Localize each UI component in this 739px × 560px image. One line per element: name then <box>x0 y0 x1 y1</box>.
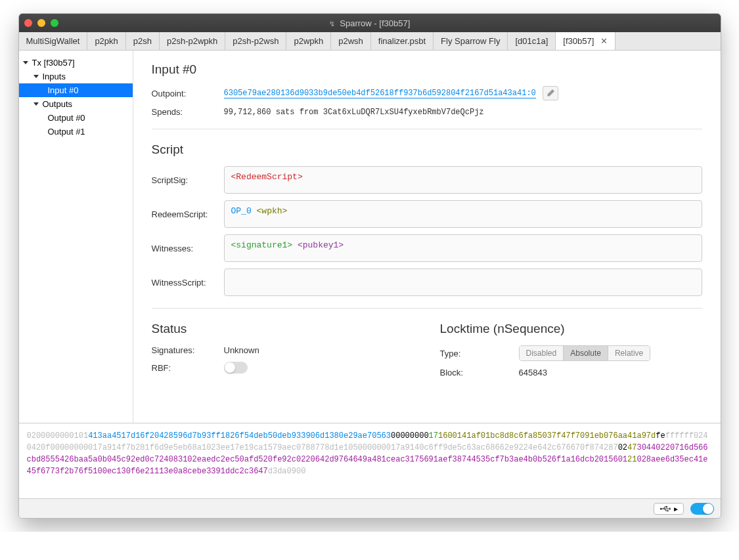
scriptsig-box[interactable]: <RedeemScript> <box>224 166 702 194</box>
seg-relative[interactable]: Relative <box>608 346 650 360</box>
app-window: ↯ Sparrow - [f30b57] MultiSigWallet p2pk… <box>18 13 721 519</box>
tab-p2sh-p2wpkh[interactable]: p2sh-p2wpkh <box>160 32 225 50</box>
outpoint-link[interactable]: 6305e79ae280136d9033b9de50eb4df52618ff93… <box>224 89 536 98</box>
witnesses-label: Witnesses: <box>152 244 224 253</box>
tree-inputs-label: Inputs <box>43 72 66 81</box>
witnessscript-box[interactable] <box>224 269 702 296</box>
chevron-down-icon <box>23 61 28 64</box>
tree-output-1-label: Output #1 <box>48 127 85 137</box>
signatures-row: Signatures: Unknown <box>152 345 414 355</box>
svg-rect-1 <box>665 506 667 507</box>
tab-fly-sparrow-fly[interactable]: Fly Sparrow Fly <box>434 32 508 50</box>
witnesses-box[interactable]: <signature1> <pubkey1> <box>224 234 702 262</box>
tab-p2sh-p2wsh[interactable]: p2sh-p2wsh <box>225 32 286 50</box>
connection-toggle[interactable] <box>690 503 714 515</box>
hex-viewer[interactable]: 0200000000101413aa4517d16f20428596d7b93f… <box>19 423 721 498</box>
tab-label: [f30b57] <box>563 36 594 46</box>
hex-seg: 47 <box>627 443 637 452</box>
input-section-title: Input #0 <box>152 62 702 77</box>
status-column: Status Signatures: Unknown RBF: <box>152 322 414 384</box>
hex-seg: ffffff <box>665 431 694 441</box>
tree-outputs[interactable]: Outputs <box>19 97 133 111</box>
script-section-title: Script <box>152 142 702 157</box>
spends-label: Spends: <box>152 107 224 117</box>
scriptsig-label: ScriptSig: <box>152 175 224 185</box>
toggle-knob <box>225 362 235 373</box>
hex-seg: d3da0900 <box>268 467 306 476</box>
window-title-text: Sparrow - [f30b57] <box>340 18 410 28</box>
seg-absolute[interactable]: Absolute <box>564 346 608 360</box>
tree-tx-label: Tx [f30b57] <box>32 58 75 68</box>
redeem-wpkh: <wpkh> <box>257 206 288 216</box>
tree-output-1[interactable]: Output #1 <box>19 125 133 139</box>
content-pane: Input #0 Outpoint: 6305e79ae280136d9033b… <box>133 51 721 423</box>
scriptsig-value: <RedeemScript> <box>231 172 303 182</box>
tab-close-icon[interactable]: ✕ <box>600 36 608 46</box>
hex-seg: 02 <box>618 443 627 452</box>
locktime-type-row: Type: Disabled Absolute Relative <box>440 345 702 361</box>
locktime-block-row: Block: 645843 <box>440 368 702 377</box>
status-title: Status <box>152 322 414 336</box>
signatures-value: Unknown <box>224 345 259 355</box>
usb-icon <box>660 505 671 513</box>
locktime-block-label: Block: <box>440 368 519 377</box>
hex-seg: fe <box>656 431 665 441</box>
chevron-down-icon <box>34 75 39 78</box>
locktime-type-segmented: Disabled Absolute Relative <box>519 345 651 361</box>
tab-d01c1a[interactable]: [d01c1a] <box>508 32 556 50</box>
locktime-block-value: 645843 <box>519 368 547 377</box>
tab-p2pkh[interactable]: p2pkh <box>87 32 125 50</box>
redeemscript-row: RedeemScript: OP_0 <wpkh> <box>152 200 702 228</box>
divider <box>152 129 702 129</box>
locktime-column: Locktime (nSequence) Type: Disabled Abso… <box>440 322 702 384</box>
witness-pub: <pubkey1> <box>298 240 344 250</box>
tree-outputs-label: Outputs <box>43 99 73 109</box>
svg-point-2 <box>667 509 668 511</box>
tree-output-0-label: Output #0 <box>48 113 85 123</box>
redeemscript-label: RedeemScript: <box>152 209 224 219</box>
witness-sig: <signature1> <box>231 240 293 250</box>
divider <box>152 308 702 309</box>
outpoint-row: Outpoint: 6305e79ae280136d9033b9de50eb4d… <box>152 86 702 100</box>
witnessscript-label: WitnessScript: <box>152 278 224 288</box>
outpoint-label: Outpoint: <box>152 89 224 98</box>
play-icon: ▸ <box>674 504 678 513</box>
pencil-icon <box>547 89 554 97</box>
edit-outpoint-button[interactable] <box>543 86 558 100</box>
window-title: ↯ Sparrow - [f30b57] <box>19 18 721 28</box>
spends-row: Spends: 99,712,860 sats from 3Cat6xLuDQR… <box>152 107 702 117</box>
tab-multisigwallet[interactable]: MultiSigWallet <box>19 32 88 50</box>
tab-p2sh[interactable]: p2sh <box>126 32 160 50</box>
redeem-op: OP_0 <box>231 206 252 216</box>
tree-tx[interactable]: Tx [f30b57] <box>19 56 133 70</box>
app-icon: ↯ <box>329 20 335 28</box>
hex-seg: 1600141af01bc8d8c6fa85037f47f7091eb076aa… <box>438 431 656 441</box>
sidebar: Tx [f30b57] Inputs Input #0 Outputs Outp… <box>19 51 133 423</box>
redeemscript-box[interactable]: OP_0 <wpkh> <box>224 200 702 228</box>
scriptsig-row: ScriptSig: <RedeemScript> <box>152 166 702 194</box>
rbf-label: RBF: <box>152 363 224 373</box>
signatures-label: Signatures: <box>152 345 224 355</box>
usb-button[interactable]: ▸ <box>654 503 684 515</box>
spends-value: 99,712,860 sats from 3Cat6xLuDQR7LxSU4fy… <box>224 108 484 117</box>
locktime-title: Locktime (nSequence) <box>440 322 702 336</box>
tree-output-0[interactable]: Output #0 <box>19 111 133 125</box>
tab-f30b57[interactable]: [f30b57] ✕ <box>556 32 616 50</box>
status-bar: ▸ <box>19 498 721 518</box>
tab-p2wsh[interactable]: p2wsh <box>331 32 371 50</box>
witnessscript-row: WitnessScript: <box>152 269 702 296</box>
hex-seg: 21 <box>627 455 637 464</box>
hex-seg: 17 <box>429 431 438 441</box>
tree-inputs[interactable]: Inputs <box>19 70 133 83</box>
seg-disabled[interactable]: Disabled <box>520 346 564 360</box>
chevron-down-icon <box>34 102 39 106</box>
witnesses-row: Witnesses: <signature1> <pubkey1> <box>152 234 702 262</box>
tab-bar: MultiSigWallet p2pkh p2sh p2sh-p2wpkh p2… <box>19 32 721 51</box>
tab-finalizer[interactable]: finalizer.psbt <box>371 32 434 50</box>
tree-input-0[interactable]: Input #0 <box>19 83 133 97</box>
rbf-toggle[interactable] <box>224 362 248 374</box>
tab-p2wpkh[interactable]: p2wpkh <box>286 32 331 50</box>
toggle-knob <box>703 504 713 514</box>
rbf-row: RBF: <box>152 362 414 374</box>
tree-input-0-label: Input #0 <box>48 85 79 95</box>
